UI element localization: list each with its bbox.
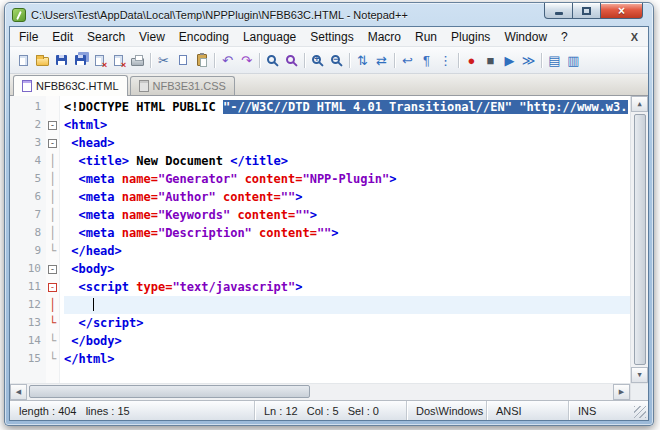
code-line[interactable]: <head> [64,134,630,152]
code-line[interactable]: </body> [64,332,630,350]
show-all-chars-icon[interactable]: ¶ [417,51,436,70]
menu-item-file[interactable]: File [12,28,45,46]
fold-collapse-box[interactable]: - [48,139,57,148]
close-all-icon[interactable] [109,51,128,70]
find-icon[interactable] [263,51,282,70]
code-line[interactable] [64,296,630,314]
horizontal-scrollbar[interactable]: ◀ ▶ [10,384,630,400]
copy-shape [179,55,187,65]
code-line[interactable]: <meta name="Author" content=""> [64,188,630,206]
maximize-button[interactable] [573,3,600,19]
cut-icon[interactable]: ✂ [154,51,173,70]
menu-item-search[interactable]: Search [80,28,132,46]
menu-item-encoding[interactable]: Encoding [172,28,236,46]
close-button[interactable]: × [600,3,643,19]
fold-collapse-box[interactable]: - [48,283,57,292]
new-file-icon[interactable] [14,51,33,70]
save-icon[interactable] [52,51,71,70]
stop-macro-icon[interactable]: ■ [481,51,500,70]
status-eol-format: Dos\Windows [407,401,487,420]
status-doc-stats: length : 404 lines : 15 [10,401,255,420]
scroll-down-arrow[interactable]: ▼ [631,367,648,383]
minimize-button[interactable] [544,3,573,19]
horizontal-scroll-track[interactable] [27,384,613,400]
sync-horizontal-icon[interactable]: ⇄ [372,51,391,70]
print-icon[interactable] [128,51,147,70]
code-segment: > [310,208,317,222]
fold-collapse-box[interactable]: - [48,121,57,130]
replace-icon[interactable] [282,51,301,70]
play-macro-icon[interactable]: ▶ [500,51,519,70]
code-line[interactable]: <script type="text/javascript"> [64,278,630,296]
resize-grip[interactable] [634,406,646,418]
run-macro-multiple-icon[interactable]: ≫ [519,51,538,70]
scroll-right-arrow[interactable]: ▶ [613,384,630,400]
menu-item-plugins[interactable]: Plugins [444,28,497,46]
document-map-icon[interactable]: ▥ [564,51,583,70]
code-segment: "NPP-Plugin" [302,172,389,186]
vertical-scroll-thumb[interactable] [634,114,646,365]
menu-close-button[interactable]: X [623,31,646,43]
editor[interactable]: 123456789101112131415 --│││││└--│└└└ <!D… [10,96,648,383]
line-number: 2 [10,116,41,134]
line-number: 4 [10,152,41,170]
code-area[interactable]: <!DOCTYPE HTML PUBLIC "-//W3C//DTD HTML … [60,96,630,383]
zoom-in-icon[interactable] [308,51,327,70]
code-line[interactable]: <meta name="Keywords" content=""> [64,206,630,224]
code-line[interactable]: <meta name="Description" content=""> [64,224,630,242]
scroll-left-arrow[interactable]: ◀ [10,384,27,400]
code-line[interactable]: <body> [64,260,630,278]
fold-margin-row: │ [46,296,59,314]
scroll-up-arrow[interactable]: ▲ [631,96,648,112]
undo-icon[interactable]: ↶ [218,51,237,70]
status-cursor-position: Ln : 12 Col : 5 Sel : 0 [255,401,407,420]
code-segment: name= [122,226,158,240]
code-segment: "-//W3C//DTD HTML 4.01 Transitional//EN"… [223,100,628,114]
fold-line: │ [49,188,56,206]
horizontal-scroll-thumb[interactable] [29,385,310,398]
fold-collapse-box[interactable]: - [48,265,57,274]
save-all-icon[interactable] [71,51,90,70]
tab-label: NFBB63C.HTML [36,80,119,92]
vertical-scrollbar[interactable]: ▲ ▼ [630,96,648,383]
menu-item-run[interactable]: Run [408,28,444,46]
code-segment: name= [122,208,158,222]
indent-guide-icon[interactable]: ⋮ [436,51,455,70]
redo-icon[interactable]: ↷ [237,51,256,70]
menu-item-window[interactable]: Window [497,28,554,46]
function-list-icon[interactable]: ▤ [545,51,564,70]
code-line[interactable]: <html> [64,116,630,134]
open-folder-icon[interactable] [33,51,52,70]
find-shape [267,55,276,64]
line-number: 3 [10,134,41,152]
line-number: 1 [10,98,41,116]
status-insert-mode[interactable]: INS [569,401,634,420]
close-doc-icon[interactable] [90,51,109,70]
copy-icon[interactable] [173,51,192,70]
code-line[interactable]: </head> [64,242,630,260]
toolbar-separator [259,53,260,68]
word-wrap-icon[interactable]: ↩ [398,51,417,70]
sync-vertical-icon[interactable]: ⇅ [353,51,372,70]
fold-line: │ [49,296,56,314]
menu-item-language[interactable]: Language [236,28,303,46]
code-segment: content= [237,172,302,186]
code-line[interactable]: <!DOCTYPE HTML PUBLIC "-//W3C//DTD HTML … [64,98,630,116]
menu-item-edit[interactable]: Edit [45,28,80,46]
code-line[interactable]: <meta name="Generator" content="NPP-Plug… [64,170,630,188]
fold-margin-row: │ [46,152,59,170]
tab-nfbb63c-html[interactable]: NFBB63C.HTML [13,75,128,96]
menu-item-help[interactable]: ? [554,28,575,46]
menu-item-macro[interactable]: Macro [361,28,408,46]
menu-item-view[interactable]: View [132,28,172,46]
record-macro-icon[interactable]: ● [462,51,481,70]
code-line[interactable]: <title> New Document </title> [64,152,630,170]
code-line[interactable]: </script> [64,314,630,332]
code-line[interactable]: </html> [64,350,630,368]
tab-nfb3e31-css[interactable]: NFB3E31.CSS [130,76,235,95]
fold-line: └ [49,242,56,260]
menu-item-settings[interactable]: Settings [303,28,360,46]
zoom-out-icon[interactable] [327,51,346,70]
paste-icon[interactable] [192,51,211,70]
menu-items: FileEditSearchViewEncodingLanguageSettin… [12,28,575,46]
